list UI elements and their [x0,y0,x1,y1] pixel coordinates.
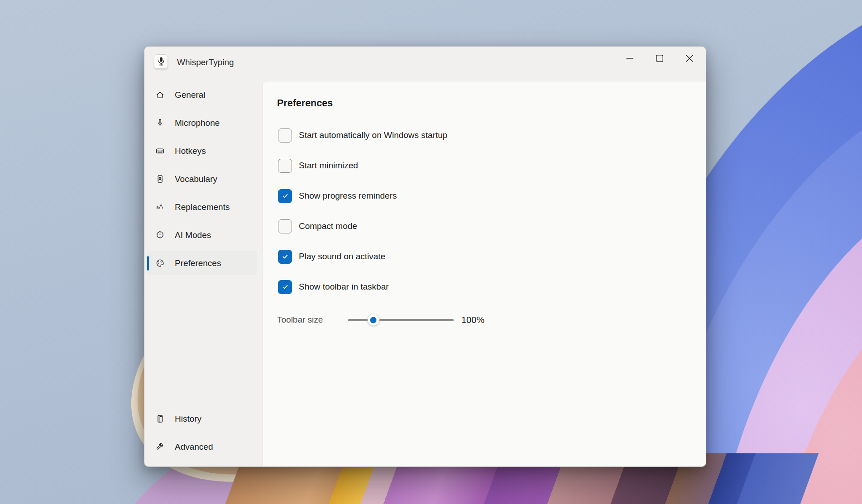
page-title: Preferences [277,98,333,109]
app-window: WhisperTyping [144,46,706,467]
content-panel: Preferences Start automatically on Windo… [262,81,706,466]
brain-icon [155,230,165,240]
sidebar-item-label: Preferences [175,258,221,268]
caption-buttons [615,47,704,70]
palette-icon [155,258,165,268]
checkbox-start-minimized[interactable] [278,159,292,173]
checkbox-row: Show toolbar in taskbar [278,279,688,295]
check-icon [281,191,290,200]
checkbox-row: Start minimized [278,158,688,173]
checkbox-label: Start minimized [299,161,358,171]
check-icon [281,252,290,261]
checkbox-label: Play sound on activate [299,252,385,262]
sidebar-item-general[interactable]: General [147,83,257,107]
checkbox-row: Play sound on activate [278,249,688,264]
sidebar-item-history[interactable]: History [147,407,257,431]
sidebar-item-preferences[interactable]: Preferences [147,251,257,275]
checkbox-row: Start automatically on Windows startup [278,128,688,143]
keyboard-icon [155,146,165,156]
checkbox-row: Compact mode [278,219,688,234]
minimize-button[interactable] [615,47,645,70]
app-icon [154,54,168,69]
sidebar-item-vocabulary[interactable]: Vocabulary [147,167,257,191]
book-icon [155,414,165,424]
close-icon [685,54,694,62]
sidebar-item-microphone[interactable]: Microphone [147,111,257,135]
maximize-icon [656,54,664,62]
checkbox-play-sound-on-activate[interactable] [278,250,292,264]
checkbox-label: Compact mode [299,221,357,231]
sidebar-item-label: Vocabulary [175,174,217,184]
sidebar-nav: General Microphone Hotkeys [144,83,262,466]
checkbox-start-automatically[interactable] [278,128,292,143]
text-aA-icon: a A [155,202,165,212]
microphone-icon [155,118,165,128]
sidebar-item-hotkeys[interactable]: Hotkeys [147,139,257,163]
toolbar-size-row: Toolbar size 100% [277,311,688,328]
sidebar-item-label: Advanced [175,442,213,452]
sidebar-item-label: Hotkeys [175,146,206,156]
slider-thumb[interactable] [367,314,379,326]
window-title: WhisperTyping [177,57,234,67]
slider-label: Toolbar size [277,315,348,325]
sidebar-item-label: AI Modes [175,230,211,240]
checkbox-show-progress-reminders[interactable] [278,189,292,203]
sidebar-item-advanced[interactable]: Advanced [147,435,257,459]
titlebar[interactable]: WhisperTyping [144,47,706,82]
wrench-icon [155,442,165,452]
sidebar-item-label: History [175,414,201,424]
checkbox-compact-mode[interactable] [278,219,292,233]
checkbox-label: Start automatically on Windows startup [299,130,447,140]
minimize-icon [626,54,634,62]
sidebar-footer: History Advanced [144,407,262,463]
sidebar-item-label: Microphone [175,118,220,128]
microphone-app-icon [155,55,168,68]
checkbox-show-toolbar-in-taskbar[interactable] [278,280,292,294]
checkbox-list: Start automatically on Windows startup S… [278,128,688,309]
check-icon [281,282,290,291]
svg-text:A: A [158,203,163,210]
sidebar-item-label: General [175,90,206,100]
checkbox-label: Show progress reminders [299,191,397,201]
slider-value: 100% [461,315,484,325]
maximize-button[interactable] [645,47,675,70]
checkbox-label: Show toolbar in taskbar [299,282,389,292]
vocabulary-icon [155,174,165,184]
checkbox-row: Show progress reminders [278,188,688,204]
close-button[interactable] [675,47,704,70]
home-icon [155,90,165,100]
toolbar-size-slider[interactable] [348,319,454,321]
sidebar-item-label: Replacements [175,202,230,212]
sidebar-item-ai-modes[interactable]: AI Modes [147,223,257,247]
sidebar-item-replacements[interactable]: a A Replacements [147,195,257,219]
